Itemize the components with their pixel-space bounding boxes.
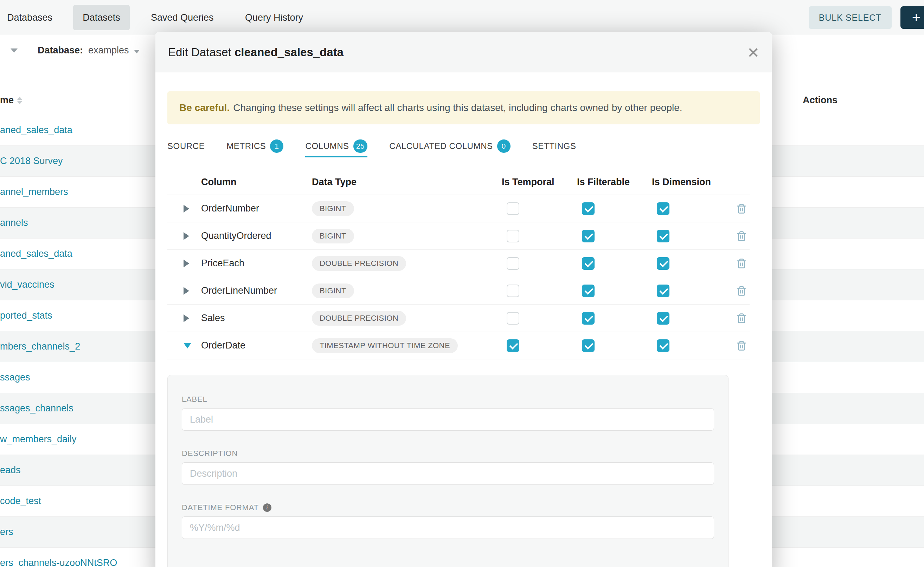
is-dimension-checkbox[interactable] — [657, 339, 670, 352]
calculated-columns-count-badge: 0 — [497, 140, 510, 153]
is-dimension-checkbox[interactable] — [657, 202, 670, 215]
label-field-label: LABEL — [182, 395, 714, 404]
column-row: OrderNumber BIGINT — [167, 195, 749, 222]
dataset-link[interactable]: ssages — [0, 372, 30, 383]
add-dataset-button[interactable] — [900, 6, 924, 29]
dataset-link[interactable]: annel_members — [0, 186, 68, 197]
tab-metrics[interactable]: METRICS 1 — [226, 135, 283, 157]
database-filter-select[interactable]: examples — [88, 45, 140, 56]
is-temporal-checkbox[interactable] — [507, 230, 519, 242]
column-detail-panel: LABEL DESCRIPTION DATETIME FORMAT — [167, 375, 728, 567]
close-icon[interactable] — [748, 42, 759, 62]
is-temporal-checkbox[interactable] — [507, 285, 519, 297]
edit-dataset-modal: Edit Dataset cleaned_sales_data Be caref… — [155, 32, 772, 567]
expand-caret-icon[interactable] — [184, 205, 189, 213]
nav-tab-databases[interactable]: Databases — [7, 0, 53, 35]
is-dimension-checkbox[interactable] — [657, 257, 670, 270]
datetime-format-input[interactable] — [182, 516, 714, 539]
modal-header: Edit Dataset cleaned_sales_data — [155, 32, 772, 72]
top-nav: Databases Datasets Saved Queries Query H… — [0, 0, 924, 35]
bulk-select-button[interactable]: BULK SELECT — [809, 6, 892, 29]
is-filterable-checkbox[interactable] — [582, 257, 594, 270]
is-temporal-checkbox[interactable] — [507, 202, 519, 215]
plus-icon — [912, 10, 921, 25]
nav-tab-query-history[interactable]: Query History — [245, 0, 303, 35]
label-input[interactable] — [182, 408, 714, 431]
column-row-expanded: OrderDate TIMESTAMP WITHOUT TIME ZONE — [167, 332, 749, 359]
column-header: Column — [201, 170, 312, 195]
column-row: OrderLineNumber BIGINT — [167, 277, 749, 304]
nav-tab-datasets[interactable]: Datasets — [73, 5, 130, 30]
description-field-label: DESCRIPTION — [182, 449, 714, 458]
is-filterable-checkbox[interactable] — [582, 230, 594, 242]
dataset-link[interactable]: aned_sales_data — [0, 248, 72, 259]
tab-source[interactable]: SOURCE — [167, 135, 205, 157]
modal-title: Edit Dataset cleaned_sales_data — [168, 46, 343, 59]
tab-calculated-columns[interactable]: CALCULATED COLUMNS 0 — [389, 135, 510, 157]
warning-banner: Be careful. Changing these settings will… — [167, 92, 760, 124]
column-name: OrderLineNumber — [201, 277, 312, 304]
delete-column-icon[interactable] — [736, 285, 747, 297]
expand-caret-icon[interactable] — [184, 287, 189, 295]
is-filterable-checkbox[interactable] — [582, 285, 594, 297]
description-input[interactable] — [182, 462, 714, 485]
data-type-pill: DOUBLE PRECISION — [312, 256, 406, 271]
column-name: QuantityOrdered — [201, 222, 312, 249]
dataset-link[interactable]: code_test — [0, 496, 41, 507]
is-filterable-header: Is Filterable — [577, 170, 652, 195]
warning-bold-text: Be careful. — [179, 102, 230, 114]
page: Databases Datasets Saved Queries Query H… — [0, 0, 924, 567]
dataset-link[interactable]: vid_vaccines — [0, 279, 54, 290]
dataset-link[interactable]: annels — [0, 218, 28, 228]
tab-columns[interactable]: COLUMNS 25 — [305, 135, 367, 157]
delete-column-icon[interactable] — [736, 203, 747, 214]
dataset-link[interactable]: C 2018 Survey — [0, 156, 63, 166]
column-name: OrderDate — [201, 332, 312, 359]
is-filterable-checkbox[interactable] — [582, 339, 594, 352]
column-row: PriceEach DOUBLE PRECISION — [167, 250, 749, 277]
expand-caret-icon[interactable] — [184, 314, 189, 322]
dataset-link[interactable]: ers_channels-uzooNNtSRO — [0, 558, 117, 567]
columns-table: Column Data Type Is Temporal Is Filterab… — [167, 170, 749, 359]
tab-settings[interactable]: SETTINGS — [532, 135, 576, 157]
dataset-link[interactable]: aned_sales_data — [0, 125, 72, 136]
delete-column-icon[interactable] — [736, 258, 747, 269]
is-temporal-checkbox[interactable] — [507, 339, 519, 352]
data-type-pill: BIGINT — [312, 201, 354, 216]
delete-column-icon[interactable] — [736, 231, 747, 242]
is-dimension-checkbox[interactable] — [657, 230, 670, 242]
is-temporal-header: Is Temporal — [502, 170, 577, 195]
columns-count-badge: 25 — [354, 140, 368, 153]
data-type-pill: TIMESTAMP WITHOUT TIME ZONE — [312, 338, 458, 353]
warning-text: Changing these settings will affect all … — [233, 102, 682, 114]
collapse-caret-icon[interactable] — [184, 343, 191, 348]
dataset-link[interactable]: w_members_daily — [0, 434, 77, 445]
info-icon[interactable] — [263, 503, 271, 512]
chevron-down-icon — [134, 50, 140, 53]
is-dimension-checkbox[interactable] — [657, 312, 670, 325]
dataset-link[interactable]: ers — [0, 526, 14, 537]
data-type-header: Data Type — [312, 170, 502, 195]
delete-column-icon[interactable] — [736, 340, 747, 351]
data-type-pill: BIGINT — [312, 229, 354, 243]
dataset-link[interactable]: mbers_channels_2 — [0, 341, 80, 352]
is-dimension-checkbox[interactable] — [657, 285, 670, 297]
nav-tab-saved-queries[interactable]: Saved Queries — [151, 0, 214, 35]
sort-icon — [17, 97, 22, 104]
database-filter-value: examples — [88, 45, 129, 56]
is-temporal-checkbox[interactable] — [507, 312, 519, 325]
delete-column-icon[interactable] — [736, 313, 747, 324]
chevron-down-icon[interactable] — [11, 48, 18, 53]
database-filter-label: Database: — [38, 45, 83, 56]
is-filterable-checkbox[interactable] — [582, 312, 594, 325]
is-temporal-checkbox[interactable] — [507, 257, 519, 270]
dataset-link[interactable]: eads — [0, 465, 21, 476]
dataset-link[interactable]: ssages_channels — [0, 403, 74, 414]
dataset-link[interactable]: ported_stats — [0, 310, 53, 321]
column-name: OrderNumber — [201, 195, 312, 222]
columns-table-header: Column Data Type Is Temporal Is Filterab… — [167, 170, 749, 195]
expand-caret-icon[interactable] — [184, 260, 189, 267]
expand-caret-icon[interactable] — [184, 232, 189, 240]
is-filterable-checkbox[interactable] — [582, 202, 594, 215]
name-column-header[interactable]: me — [0, 95, 22, 106]
